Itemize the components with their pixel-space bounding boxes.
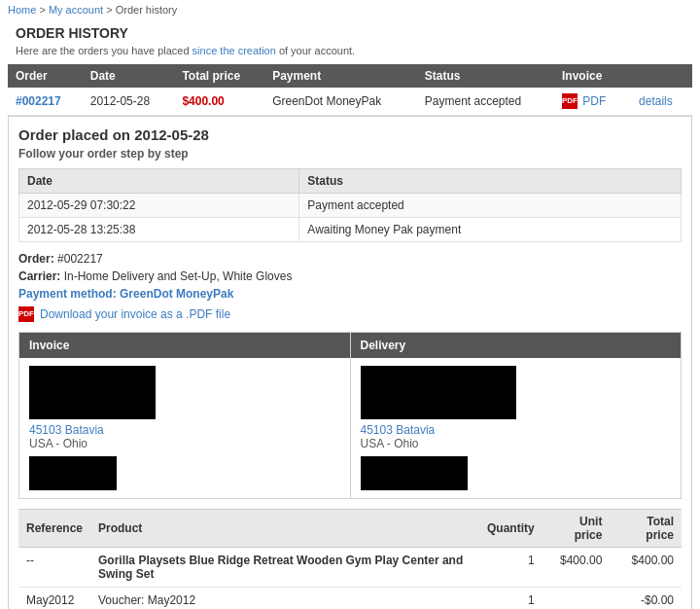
prod-unit-2 xyxy=(542,588,611,610)
pdf-link[interactable]: PDF xyxy=(582,94,606,108)
invoice-name-block xyxy=(29,366,156,419)
col-status: Status xyxy=(417,64,554,88)
order-id-link[interactable]: #002217 xyxy=(16,94,61,108)
invoice-content: 45103 Batavia USA - Ohio xyxy=(19,358,350,498)
step-status-2: Awaiting Money Pak payment xyxy=(299,218,682,242)
prod-col-total: Total price xyxy=(610,510,682,548)
col-order: Order xyxy=(8,64,83,88)
col-payment: Payment xyxy=(264,64,417,88)
col-total-price: Total price xyxy=(174,64,264,88)
order-status: Payment accepted xyxy=(417,88,554,116)
prod-ref-1: -- xyxy=(18,548,90,588)
breadcrumb-current: Order history xyxy=(116,4,178,16)
step-status-1: Payment accepted xyxy=(299,194,682,218)
breadcrumb-my-account[interactable]: My account xyxy=(49,4,103,16)
order-payment: GreenDot MoneyPak xyxy=(264,88,417,116)
col-invoice: Invoice xyxy=(554,64,692,88)
page-title: ORDER HISTORY xyxy=(8,19,692,43)
prod-total-1: $400.00 xyxy=(610,548,682,588)
delivery-country: USA - Ohio xyxy=(361,437,672,450)
delivery-phone-block xyxy=(361,456,468,490)
delivery-address-box: Delivery 45103 Batavia USA - Ohio xyxy=(351,333,682,498)
orders-table: Order Date Total price Payment Status In… xyxy=(8,64,692,116)
invoice-header: Invoice xyxy=(19,333,350,358)
page-subtitle: Here are the orders you have placed sinc… xyxy=(8,43,692,64)
details-link[interactable]: details xyxy=(639,94,673,108)
invoice-city: 45103 Batavia xyxy=(29,423,340,437)
order-date: 2012-05-28 xyxy=(83,88,175,116)
step-row-1: 2012-05-29 07:30:22 Payment accepted xyxy=(19,194,682,218)
step-row-2: 2012-05-28 13:25:38 Awaiting Money Pak p… xyxy=(19,218,682,242)
order-pdf-cell: PDF PDF xyxy=(554,88,627,116)
product-row-2: May2012 Voucher: May2012 1 -$0.00 xyxy=(18,588,682,610)
carrier-row: Carrier: In-Home Delivery and Set-Up, Wh… xyxy=(18,269,682,283)
delivery-header: Delivery xyxy=(351,333,682,358)
step-date-1: 2012-05-29 07:30:22 xyxy=(19,194,299,218)
pdf-icon: PDF xyxy=(562,93,578,109)
prod-name-1: Gorilla Playsets Blue Ridge Retreat Wood… xyxy=(90,548,479,588)
step-date-2: 2012-05-28 13:25:38 xyxy=(19,218,299,242)
prod-col-qty: Quantity xyxy=(479,510,542,548)
prod-unit-1: $400.00 xyxy=(542,548,611,588)
prod-name-2: Voucher: May2012 xyxy=(90,588,479,610)
order-detail-subtitle: Follow your order step by step xyxy=(18,147,682,161)
prod-col-ref: Reference xyxy=(18,510,90,548)
product-row-1: -- Gorilla Playsets Blue Ridge Retreat W… xyxy=(18,548,682,588)
prod-qty-1: 1 xyxy=(479,548,542,588)
invoice-phone-block xyxy=(29,456,117,490)
products-table: Reference Product Quantity Unit price To… xyxy=(18,509,682,609)
prod-qty-2: 1 xyxy=(479,588,542,610)
breadcrumb: Home > My account > Order history xyxy=(0,0,700,19)
invoice-address-box: Invoice 45103 Batavia USA - Ohio xyxy=(19,333,350,498)
address-section: Invoice 45103 Batavia USA - Ohio Deliver… xyxy=(18,332,682,499)
order-number-row: Order: #002217 xyxy=(18,252,682,266)
steps-table: Date Status 2012-05-29 07:30:22 Payment … xyxy=(18,168,682,242)
delivery-content: 45103 Batavia USA - Ohio xyxy=(351,358,682,498)
payment-method-value: GreenDot MoneyPak xyxy=(120,287,233,301)
prod-total-2: -$0.00 xyxy=(610,588,682,610)
prod-col-unit: Unit price xyxy=(542,510,611,548)
invoice-country: USA - Ohio xyxy=(29,437,340,450)
order-total: $400.00 xyxy=(182,94,224,108)
payment-method-row: Payment method: GreenDot MoneyPak xyxy=(18,287,682,301)
steps-col-status: Status xyxy=(299,169,682,194)
col-date: Date xyxy=(83,64,175,88)
order-detail-box: Order placed on 2012-05-28 Follow your o… xyxy=(8,116,692,609)
delivery-city: 45103 Batavia xyxy=(361,423,672,437)
order-row: #002217 2012-05-28 $400.00 GreenDot Mone… xyxy=(8,88,692,116)
download-row: PDF Download your invoice as a .PDF file xyxy=(18,306,682,322)
pdf-icon-download: PDF xyxy=(18,306,34,322)
delivery-name-block xyxy=(361,366,516,419)
steps-col-date: Date xyxy=(19,169,299,194)
download-pdf-link[interactable]: Download your invoice as a .PDF file xyxy=(40,307,230,321)
prod-col-product: Product xyxy=(90,510,479,548)
order-detail-title: Order placed on 2012-05-28 xyxy=(18,126,682,143)
prod-ref-2: May2012 xyxy=(18,588,90,610)
breadcrumb-home[interactable]: Home xyxy=(8,4,36,16)
